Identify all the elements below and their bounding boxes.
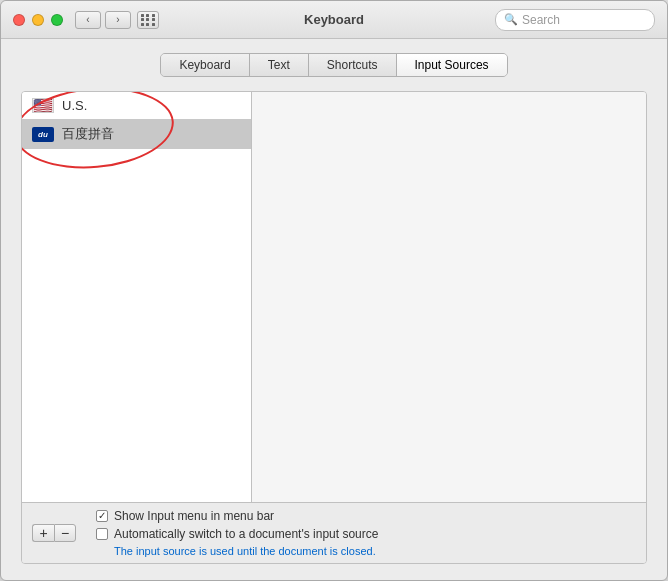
nav-buttons: ‹ › [75, 11, 131, 29]
close-button[interactable] [13, 14, 25, 26]
tab-keyboard[interactable]: Keyboard [161, 54, 249, 76]
auto-switch-row: Automatically switch to a document's inp… [96, 527, 636, 541]
auto-switch-checkbox[interactable] [96, 528, 108, 540]
main-panel: 🇺🇸 U.S. du 百度拼音 + [21, 91, 647, 564]
auto-switch-label: Automatically switch to a document's inp… [114, 527, 378, 541]
tab-text[interactable]: Text [250, 54, 309, 76]
bottom-options: Show Input menu in menu bar Automaticall… [96, 509, 636, 557]
bottom-toolbar: + − Show Input menu in menu bar Automati… [22, 502, 646, 563]
search-placeholder: Search [522, 13, 560, 27]
minus-icon: − [61, 526, 69, 540]
baidu-icon: du [32, 127, 54, 142]
maximize-button[interactable] [51, 14, 63, 26]
list-item[interactable]: 🇺🇸 U.S. [22, 92, 251, 119]
nav-forward-button[interactable]: › [105, 11, 131, 29]
search-box[interactable]: 🔍 Search [495, 9, 655, 31]
panel-body: 🇺🇸 U.S. du 百度拼音 [22, 92, 646, 502]
tab-group: Keyboard Text Shortcuts Input Sources [160, 53, 507, 77]
show-input-menu-row: Show Input menu in menu bar [96, 509, 636, 523]
input-source-list: 🇺🇸 U.S. du 百度拼音 [22, 92, 252, 502]
tab-bar: Keyboard Text Shortcuts Input Sources [21, 53, 647, 77]
remove-source-button[interactable]: − [54, 524, 76, 542]
traffic-lights [13, 14, 63, 26]
grid-view-button[interactable] [137, 11, 159, 29]
minimize-button[interactable] [32, 14, 44, 26]
plus-icon: + [39, 526, 47, 540]
tab-shortcuts[interactable]: Shortcuts [309, 54, 397, 76]
add-source-button[interactable]: + [32, 524, 54, 542]
grid-icon [141, 14, 156, 26]
right-panel [252, 92, 646, 502]
chevron-left-icon: ‹ [86, 14, 89, 25]
search-icon: 🔍 [504, 13, 518, 26]
titlebar: ‹ › Keyboard 🔍 Search [1, 1, 667, 39]
add-remove-buttons: + − [32, 524, 76, 542]
content-area: Keyboard Text Shortcuts Input Sources [1, 39, 667, 580]
keyboard-window: ‹ › Keyboard 🔍 Search Keyboard [0, 0, 668, 581]
chevron-right-icon: › [116, 14, 119, 25]
list-item[interactable]: du 百度拼音 [22, 119, 251, 149]
baidu-label: 百度拼音 [62, 125, 114, 143]
window-title: Keyboard [304, 12, 364, 27]
us-flag-icon: 🇺🇸 [32, 98, 54, 113]
us-label: U.S. [62, 98, 87, 113]
tab-input-sources[interactable]: Input Sources [397, 54, 507, 76]
show-input-menu-label: Show Input menu in menu bar [114, 509, 274, 523]
nav-back-button[interactable]: ‹ [75, 11, 101, 29]
hint-text: The input source is used until the docum… [114, 545, 636, 557]
show-input-menu-checkbox[interactable] [96, 510, 108, 522]
